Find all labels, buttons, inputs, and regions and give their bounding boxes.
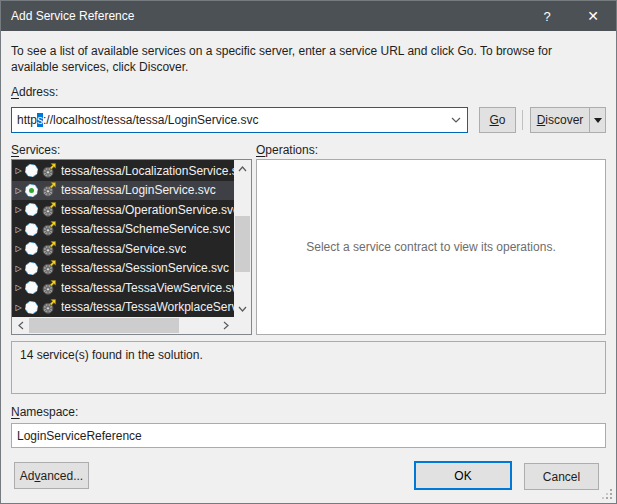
expander-icon[interactable]: ▷ xyxy=(12,205,25,214)
wcf-service-icon xyxy=(41,163,57,179)
tree-row[interactable]: ▷ tessa/tessa/TessaViewService.svc xyxy=(12,278,234,298)
wcf-service-icon xyxy=(41,260,57,276)
services-tree[interactable]: ▷ tessa/tessa/LocalizationService.svc ▷ xyxy=(12,160,234,317)
expander-icon[interactable]: ▷ xyxy=(12,225,25,234)
vertical-scrollbar[interactable] xyxy=(234,160,251,317)
service-sphere-icon xyxy=(25,184,38,197)
expander-icon[interactable]: ▷ xyxy=(12,244,25,253)
tree-row[interactable]: ▷ tessa/tessa/TessaWorkplaceService.svc xyxy=(12,298,234,318)
wcf-service-icon xyxy=(41,280,57,296)
status-message: 14 service(s) found in the solution. xyxy=(20,348,203,362)
expander-icon[interactable]: ▷ xyxy=(12,166,25,175)
service-name: tessa/tessa/Service.svc xyxy=(61,242,186,256)
scroll-up-icon[interactable] xyxy=(234,160,251,177)
service-sphere-icon xyxy=(25,262,38,275)
tree-row[interactable]: ▷ tessa/tessa/SessionService.svc xyxy=(12,259,234,279)
chevron-down-icon[interactable] xyxy=(445,108,467,132)
service-sphere-icon xyxy=(25,242,38,255)
service-sphere-icon xyxy=(25,301,38,314)
wcf-service-icon xyxy=(41,221,57,237)
tree-row[interactable]: ▷ tessa/tessa/SchemeService.svc xyxy=(12,220,234,240)
discover-dropdown-button[interactable] xyxy=(589,107,606,133)
service-sphere-icon xyxy=(25,281,38,294)
discover-button[interactable]: Discover xyxy=(530,107,590,133)
resize-grip-icon[interactable] xyxy=(602,489,613,500)
add-service-reference-dialog: Add Service Reference ? ✕ To see a list … xyxy=(0,0,617,504)
namespace-input[interactable] xyxy=(11,423,606,448)
wcf-service-icon xyxy=(41,202,57,218)
expander-icon[interactable]: ▷ xyxy=(12,264,25,273)
service-sphere-icon xyxy=(25,223,38,236)
expander-icon[interactable]: ▷ xyxy=(12,303,25,312)
service-name: tessa/tessa/SessionService.svc xyxy=(61,261,229,275)
horizontal-scroll-thumb[interactable] xyxy=(29,318,179,333)
tree-row[interactable]: ▷ tessa/tessa/OperationService.svc xyxy=(12,200,234,220)
ok-button[interactable]: OK xyxy=(414,461,512,490)
service-name: tessa/tessa/TessaWorkplaceService.svc xyxy=(61,300,234,314)
address-value: https://localhost/tessa/tessa/LoginServi… xyxy=(12,113,445,127)
service-name: tessa/tessa/SchemeService.svc xyxy=(61,222,230,236)
expander-icon[interactable]: ▷ xyxy=(12,186,25,195)
service-name: tessa/tessa/LoginService.svc xyxy=(61,183,216,197)
titlebar: Add Service Reference ? ✕ xyxy=(1,1,616,31)
operations-panel[interactable]: Select a service contract to view its op… xyxy=(256,159,606,335)
operations-label: Operations: xyxy=(256,143,318,157)
service-name: tessa/tessa/TessaViewService.svc xyxy=(61,281,234,295)
close-button[interactable]: ✕ xyxy=(576,1,610,31)
go-button[interactable]: Go xyxy=(479,107,516,133)
services-list: ▷ tessa/tessa/LocalizationService.svc ▷ xyxy=(11,159,252,335)
wcf-service-icon xyxy=(41,182,57,198)
horizontal-scrollbar[interactable] xyxy=(12,317,234,334)
scroll-down-icon[interactable] xyxy=(234,300,251,317)
services-label: Services: xyxy=(11,143,60,157)
service-name: tessa/tessa/OperationService.svc xyxy=(61,203,234,217)
address-label: Address: xyxy=(11,85,58,99)
wcf-service-icon xyxy=(41,299,57,315)
tree-row[interactable]: ▷ tessa/tessa/LocalizationService.svc xyxy=(12,161,234,181)
tree-row[interactable]: ▷ tessa/tessa/Service.svc xyxy=(12,239,234,259)
address-combobox[interactable]: https://localhost/tessa/tessa/LoginServi… xyxy=(11,107,468,133)
toolbar-separator xyxy=(522,110,523,130)
namespace-label: Namespace: xyxy=(11,405,78,419)
scroll-left-icon[interactable] xyxy=(12,317,29,334)
operations-placeholder: Select a service contract to view its op… xyxy=(306,240,555,254)
service-name: tessa/tessa/LocalizationService.svc xyxy=(61,164,234,178)
cancel-button[interactable]: Cancel xyxy=(524,463,599,490)
expander-icon[interactable]: ▷ xyxy=(12,283,25,292)
status-box: 14 service(s) found in the solution. xyxy=(11,341,606,394)
window-title: Add Service Reference xyxy=(11,9,134,23)
service-sphere-icon xyxy=(25,164,38,177)
scrollbar-corner xyxy=(234,317,251,334)
intro-text: To see a list of available services on a… xyxy=(11,43,599,75)
advanced-button[interactable]: Advanced... xyxy=(14,462,89,489)
service-sphere-icon xyxy=(25,203,38,216)
scroll-right-icon[interactable] xyxy=(217,317,234,334)
vertical-scroll-thumb[interactable] xyxy=(235,216,250,272)
wcf-service-icon xyxy=(41,241,57,257)
help-button[interactable]: ? xyxy=(530,1,564,31)
tree-row[interactable]: ▷ tessa/tessa/LoginService.svc xyxy=(12,181,234,201)
